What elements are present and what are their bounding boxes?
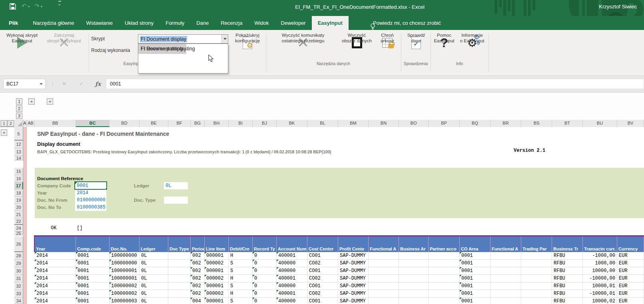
cell-r0-c13[interactable] <box>399 252 429 260</box>
cell-r4-c3[interactable]: 0L <box>140 282 168 290</box>
form-field-year[interactable]: 2014 <box>75 189 106 197</box>
cell-r5-c15[interactable]: 0001 <box>460 290 490 298</box>
column-outline-level-1-button[interactable]: 1 <box>16 98 22 105</box>
cell-r3-c15[interactable]: 0001 <box>460 275 490 282</box>
confirm-entry-icon[interactable]: ✓ <box>79 79 84 89</box>
row-header-31[interactable]: 31 <box>14 275 23 282</box>
cell-r6-c0[interactable]: 2014 <box>35 298 76 304</box>
cell-r4-c18[interactable]: RFBU <box>552 282 583 290</box>
table-header-line-item[interactable]: Line Item <box>205 236 229 252</box>
tab-narz-dzia-g-wne[interactable]: Narzędzia główne <box>27 16 80 30</box>
user-name[interactable]: Krzysztof Siwiec <box>599 4 637 10</box>
cell-r4-c20[interactable]: EUR <box>617 282 644 290</box>
cell-r3-c6[interactable]: 000002 <box>205 275 229 282</box>
cell-r1-c2[interactable]: 100000000 <box>110 260 140 267</box>
cell-r2-c9[interactable]: 400000 <box>277 267 307 275</box>
cell-r5-c1[interactable]: 0001 <box>76 290 110 298</box>
cell-r2-c14[interactable] <box>429 267 460 275</box>
cell-r5-c7[interactable]: H <box>229 290 253 298</box>
cell-r5-c6[interactable]: 000002 <box>205 290 229 298</box>
cell-r5-c8[interactable]: 0 <box>253 290 277 298</box>
table-header-ledger[interactable]: Ledger <box>140 236 168 252</box>
cell-r0-c16[interactable] <box>490 252 521 260</box>
cell-r6-c3[interactable]: 0L <box>140 298 168 304</box>
cell-r2-c7[interactable]: S <box>229 267 253 275</box>
clear-data-area-button[interactable]: Wyczyść obszar danych <box>339 32 375 72</box>
cell-r2-c1[interactable]: 0001 <box>76 267 110 275</box>
undo-icon[interactable]: ↶ <box>22 2 27 10</box>
cell-r1-c4[interactable] <box>168 260 191 267</box>
cell-r6-c12[interactable] <box>369 298 399 304</box>
cell-r4-c7[interactable]: S <box>229 282 253 290</box>
cell-r0-c1[interactable]: 0001 <box>76 252 110 260</box>
cell-r1-c6[interactable]: 000002 <box>205 260 229 267</box>
cell-r4-c5[interactable]: 002 <box>191 282 205 290</box>
row-header-32[interactable]: 32 <box>14 282 23 290</box>
expand-row-group-button[interactable]: + <box>1 129 7 136</box>
cell-r3-c11[interactable]: SAP-DUMMY <box>338 275 369 282</box>
cell-r6-c1[interactable]: 0001 <box>76 298 110 304</box>
table-header-record-ty[interactable]: Record Ty <box>253 236 277 252</box>
row-header-24[interactable]: 24 <box>14 225 23 232</box>
column-header-BK[interactable]: BK <box>277 120 307 127</box>
table-header-currency[interactable]: Currency <box>617 236 644 252</box>
cell-r5-c19[interactable]: -10000,01 <box>583 290 617 298</box>
cell-r1-c3[interactable]: 0L <box>140 260 168 267</box>
cell-r0-c19[interactable]: -1000,00 <box>583 252 617 260</box>
cell-r1-c14[interactable] <box>429 260 460 267</box>
row-header-30[interactable]: 30 <box>14 267 23 275</box>
column-header-BS[interactable]: BS <box>521 120 552 127</box>
tab-uk-ad-strony[interactable]: Układ strony <box>119 16 160 30</box>
row-header-22[interactable]: 22 <box>14 218 23 225</box>
cell-r2-c19[interactable]: 10000,00 <box>583 267 617 275</box>
cell-r2-c11[interactable]: SAP-DUMMY <box>338 267 369 275</box>
cell-r4-c19[interactable]: 10000,01 <box>583 282 617 290</box>
column-header-BN[interactable]: BN <box>369 120 399 127</box>
cell-r2-c3[interactable]: 0L <box>140 267 168 275</box>
formula-input[interactable]: 0001 <box>106 79 644 89</box>
run-script-button[interactable]: Wykonaj skrypt EasyInput <box>3 32 41 72</box>
cell-r5-c17[interactable] <box>521 290 552 298</box>
cell-r3-c4[interactable] <box>168 275 191 282</box>
form-field-doc-type[interactable] <box>164 197 188 204</box>
cell-r6-c17[interactable] <box>521 298 552 304</box>
row-header-29[interactable]: 29 <box>14 260 23 267</box>
cell-r1-c19[interactable]: 1000,00 <box>583 260 617 267</box>
cell-r1-c7[interactable]: S <box>229 260 253 267</box>
cell-r2-c20[interactable]: EUR <box>617 267 644 275</box>
cell-r4-c4[interactable] <box>168 282 191 290</box>
cell-r0-c17[interactable] <box>521 252 552 260</box>
cell-r4-c15[interactable]: 0001 <box>460 282 490 290</box>
column-header-BD[interactable]: BD <box>110 120 140 127</box>
cell-r6-c14[interactable] <box>429 298 460 304</box>
cell-r4-c17[interactable] <box>521 282 552 290</box>
cancel-entry-icon[interactable]: ✕ <box>62 79 66 89</box>
cell-r3-c10[interactable]: CO02 <box>307 275 338 282</box>
cell-r5-c14[interactable] <box>429 290 460 298</box>
cell-r2-c6[interactable]: 000001 <box>205 267 229 275</box>
cell-r3-c9[interactable]: 400001 <box>277 275 307 282</box>
row-header-15[interactable]: 15 <box>14 168 23 175</box>
tab-plik[interactable]: Plik <box>0 16 27 30</box>
tab-recenzja[interactable]: Recenzja <box>215 16 248 30</box>
cell-r6-c2[interactable]: 100000003 <box>110 298 140 304</box>
cell-r0-c2[interactable]: 100000000 <box>110 252 140 260</box>
cell-r5-c20[interactable]: EUR <box>617 290 644 298</box>
table-header-trading-par[interactable]: Trading Par <box>521 236 552 252</box>
cell-r5-c11[interactable]: SAP-DUMMY <box>338 290 369 298</box>
undo-dropdown-icon[interactable]: ▾ <box>28 5 30 8</box>
cell-r1-c0[interactable]: 2014 <box>35 260 76 267</box>
table-header-business-tr[interactable]: Business Tr <box>552 236 583 252</box>
cell-r0-c4[interactable] <box>168 252 191 260</box>
cell-r6-c6[interactable]: 000001 <box>205 298 229 304</box>
row-header-25[interactable]: 25 <box>14 232 23 235</box>
cell-r0-c8[interactable]: 0 <box>253 252 277 260</box>
help-button[interactable]: ? Pomoc EasyInput <box>432 32 457 72</box>
cell-r5-c3[interactable]: 0L <box>140 290 168 298</box>
cell-r2-c15[interactable]: 0001 <box>460 267 490 275</box>
cell-r0-c15[interactable]: 0001 <box>460 252 490 260</box>
column-header-BQ[interactable]: BQ <box>460 120 490 127</box>
cell-r1-c1[interactable]: 0001 <box>76 260 110 267</box>
row-header-17[interactable]: 17 <box>14 182 23 189</box>
table-header-year[interactable]: Year <box>35 236 76 252</box>
